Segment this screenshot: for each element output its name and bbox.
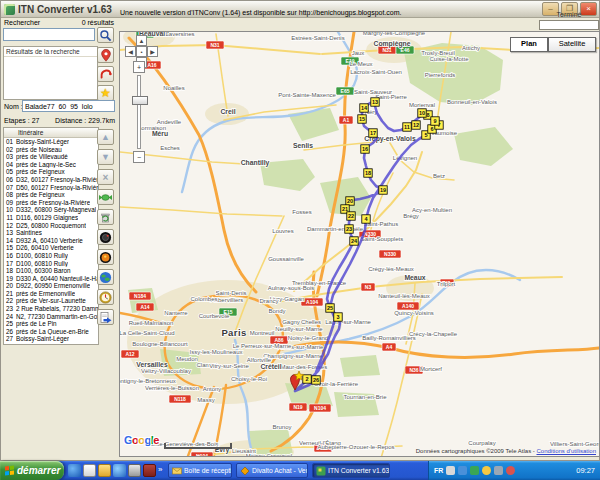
waypoint-row[interactable]: 18D100, 60300 Baron — [4, 267, 98, 275]
navigon-button[interactable] — [97, 249, 114, 265]
zoom-out-button[interactable]: − — [133, 151, 145, 163]
waypoint-row[interactable]: 13Saintines — [4, 229, 98, 237]
attribution-text: Données cartographiques ©2009 Tele Atlas… — [416, 448, 537, 454]
waypoint-marker-label: 5 — [424, 132, 427, 138]
waypoint-row[interactable]: 09près de Fresnoy-la-Rivière — [4, 199, 98, 207]
zoom-slider-handle[interactable] — [132, 96, 148, 105]
ie-quicklaunch-icon[interactable] — [68, 464, 81, 477]
language-indicator[interactable]: FR — [434, 467, 443, 474]
waypoint-row[interactable]: 19D330 A, 60440 Nanteuil-le-Haudouin — [4, 275, 98, 283]
waypoint-row[interactable]: 25près de Le Pin — [4, 320, 98, 328]
tray-icon-messenger[interactable] — [482, 466, 491, 475]
waypoint-row[interactable]: 16D100, 60810 Rully — [4, 252, 98, 260]
recycle-bin-button[interactable] — [97, 209, 114, 225]
task-divalto[interactable]: Divalto Achat - Vente... — [236, 463, 308, 478]
map-viewport[interactable]: N31E46E19E65A1N31E15A16N330N330N3N3A140A… — [119, 31, 600, 457]
city-label: Méru — [152, 130, 168, 137]
document-quicklaunch-icon[interactable] — [83, 464, 96, 477]
city-label: Quincy-Voisins — [394, 310, 434, 316]
favorites-button[interactable]: ★ — [97, 85, 114, 101]
pan-right-button[interactable]: ▶ — [147, 46, 158, 57]
gps-compass-button[interactable] — [97, 289, 114, 305]
waypoint-row[interactable]: 06D32, 60127 Fresnoy-la-Rivière — [4, 176, 98, 184]
tomtom-button[interactable] — [97, 229, 114, 245]
zoom-slider-track[interactable] — [137, 75, 141, 149]
search-label: Rechercher — [4, 19, 40, 26]
tray-icon-clock[interactable] — [446, 466, 455, 475]
delete-waypoint-button[interactable]: × — [97, 169, 114, 185]
map-type-plan-button[interactable]: Plan — [510, 37, 548, 52]
waypoint-row[interactable]: 232 Rue Rabelais, 77230 Dammartin-en-Goë… — [4, 305, 98, 313]
city-label: Noailles — [163, 85, 184, 91]
city-label: Bonneuil-en-Valois — [447, 99, 497, 105]
waypoint-row[interactable]: 22près de Ver-sur-Launette — [4, 297, 98, 305]
search-input[interactable] — [3, 28, 95, 41]
city-label: Goussainville — [268, 256, 304, 262]
waypoint-row[interactable]: 27Boissy-Saint-Léger — [4, 335, 98, 343]
waypoint-row[interactable]: 01Boissy-Saint-Léger — [4, 138, 98, 146]
waypoint-row[interactable]: 04près de Lagny-le-Sec — [4, 161, 98, 169]
task-inbox[interactable]: Boîte de réception - ... — [168, 463, 232, 478]
waypoint-row[interactable]: 11D116, 60129 Glaignes — [4, 214, 98, 222]
app-quicklaunch-icon[interactable] — [143, 464, 156, 477]
waypoint-row[interactable]: 02près de Noiseau — [4, 146, 98, 154]
export-button[interactable] — [97, 309, 114, 325]
road-badge-label: N36 — [409, 367, 418, 373]
waypoint-row[interactable]: 24N2, 77230 Dammartin-en-Goële — [4, 313, 98, 321]
waypoint-row[interactable]: 07D50, 60127 Fresnoy-la-Rivière — [4, 184, 98, 192]
waypoint-row[interactable]: 03près de Villevaudé — [4, 153, 98, 161]
quicklaunch-overflow-chevron[interactable]: » — [158, 465, 162, 474]
waypoint-row[interactable]: 08près de Feigneux — [4, 191, 98, 199]
waypoint-row[interactable]: 12D25, 60800 Rocquemont — [4, 222, 98, 230]
city-label: Crégy-lès-Meaux — [368, 266, 414, 272]
waypoint-row[interactable]: 15D26, 60410 Verberie — [4, 244, 98, 252]
google-logo[interactable]: Google — [124, 434, 159, 446]
marker-pin-button[interactable] — [97, 47, 114, 63]
tray-icon-shield[interactable] — [470, 466, 479, 475]
clock[interactable]: 09:27 — [576, 466, 595, 475]
search-results-panel[interactable]: Résultats de la recherche — [3, 46, 98, 100]
folder-quicklaunch-icon[interactable] — [98, 464, 111, 477]
city-label: Gagny — [282, 319, 300, 325]
tray-icon-search[interactable] — [494, 466, 503, 475]
waypoint-marker-label: 12 — [413, 122, 419, 128]
optimize-button[interactable] — [97, 189, 114, 205]
waypoint-row[interactable]: 20D922, 60950 Ermenonville — [4, 282, 98, 290]
waypoint-row[interactable]: 26près de La Queue-en-Brie — [4, 328, 98, 336]
map-pin-icon — [99, 48, 113, 63]
tray-icon-alert[interactable] — [506, 466, 515, 475]
waypoint-row[interactable]: 17D100, 60810 Rully — [4, 260, 98, 268]
city-label: Pierrefonds — [425, 72, 456, 78]
printer-quicklaunch-icon[interactable] — [128, 464, 141, 477]
map-canvas[interactable]: N31E46E19E65A1N31E15A16N330N330N3N3A140A… — [120, 32, 599, 456]
waypoint-list[interactable]: Itinéraire 01Boissy-Saint-Léger02près de… — [3, 127, 99, 345]
google-earth-button[interactable] — [97, 269, 114, 285]
city-label: Jaux — [352, 50, 365, 56]
map-scale-bar — [164, 443, 232, 449]
update-notice[interactable]: Une nouvelle version d'ITNConv (1.64) es… — [120, 9, 402, 16]
globe-quicklaunch-icon[interactable] — [113, 464, 126, 477]
tray-icon-network[interactable] — [458, 466, 467, 475]
waypoint-row[interactable]: 21près de Ermenonville — [4, 290, 98, 298]
move-down-button[interactable]: ▼ — [97, 149, 114, 165]
waypoint-row[interactable]: 05près de Feigneux — [4, 168, 98, 176]
horn-button[interactable] — [97, 66, 114, 82]
waypoint-row[interactable]: 14D932 A, 60410 Verberie — [4, 237, 98, 245]
zoom-in-button[interactable]: + — [133, 61, 145, 73]
move-up-button[interactable]: ▲ — [97, 129, 114, 145]
city-label: Betz — [433, 173, 445, 179]
waypoint-marker-label: 3 — [336, 314, 339, 320]
pan-up-button[interactable]: ▲ — [136, 35, 147, 46]
pan-left-button[interactable]: ◀ — [125, 46, 136, 57]
road-badge-label: A4 — [386, 344, 393, 350]
route-name-input[interactable] — [22, 100, 115, 112]
terms-link[interactable]: Conditions d'utilisation — [536, 448, 596, 454]
waypoint-list-header[interactable]: Itinéraire — [4, 128, 98, 138]
start-button[interactable]: démarrer — [0, 461, 64, 480]
waypoint-row[interactable]: 10D332, 60800 Séry-Magneval — [4, 206, 98, 214]
search-button[interactable] — [97, 27, 114, 43]
pan-center-button[interactable]: • — [136, 46, 147, 57]
map-type-satellite-button[interactable]: Satellite — [548, 37, 596, 52]
task-itn-converter[interactable]: ITN Converter v1.63 — [312, 463, 390, 478]
task-label: Divalto Achat - Vente... — [252, 467, 308, 474]
